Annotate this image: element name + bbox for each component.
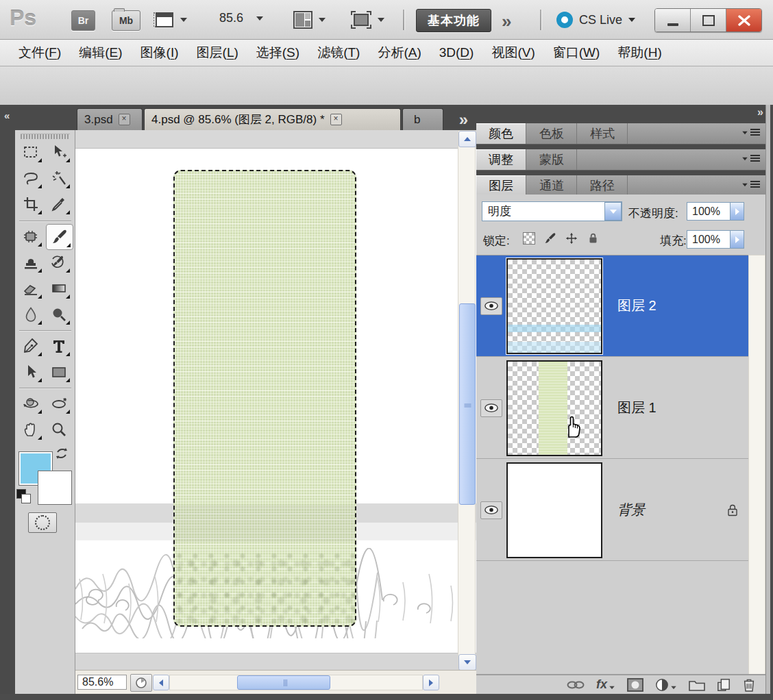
panel-menu-button[interactable] [741,129,760,136]
tab-overflow-chevron[interactable]: » [459,110,468,129]
blur-tool[interactable] [18,302,44,327]
quick-mask-button[interactable] [28,512,57,533]
3d-orbit-tool[interactable] [46,391,72,416]
rectangle-shape-tool[interactable] [46,360,72,384]
tab-adjustments[interactable]: 调整 [476,149,526,170]
horizontal-scroll-track[interactable] [169,675,423,690]
document-tab[interactable]: 3.psd × [77,108,143,130]
new-layer-button[interactable] [717,678,731,692]
eraser-tool[interactable] [18,276,44,301]
lock-pixels-icon[interactable] [543,232,558,245]
menu-item-edit[interactable]: 编辑(E) [70,40,131,66]
add-layer-mask-button[interactable] [627,678,643,692]
move-tool[interactable] [46,140,72,164]
visibility-toggle[interactable] [480,501,502,519]
delete-layer-button[interactable] [742,677,756,692]
tab-swatches[interactable]: 色板 [527,123,577,144]
pen-tool[interactable] [18,334,44,358]
eyedropper-tool[interactable] [46,192,72,216]
layer-row-background[interactable]: 背景 [476,460,748,561]
new-group-button[interactable] [689,678,705,691]
lock-position-icon[interactable] [564,232,579,245]
menu-item-image[interactable]: 图像(I) [132,40,188,66]
tab-color[interactable]: 颜色 [476,123,526,144]
maximize-button[interactable] [691,9,726,32]
bridge-button[interactable]: Br [71,10,95,31]
view-extras-button[interactable] [154,12,187,28]
layer-opacity-stepper[interactable] [730,202,744,221]
layer-opacity-field[interactable]: 100% [687,202,731,221]
tab-paths[interactable]: 路径 [578,175,628,196]
collapse-panel-chevron[interactable]: « [4,110,8,121]
layer-thumbnail[interactable] [506,258,602,354]
menu-item-filter[interactable]: 滤镜(T) [308,40,369,66]
close-tab-icon[interactable]: × [330,114,342,125]
layers-scrollbar[interactable] [748,255,765,675]
layer-name[interactable]: 背景 [617,501,645,519]
background-color-swatch[interactable] [38,471,71,504]
canvas-vertical-scrollbar[interactable] [458,130,476,670]
menu-item-analysis[interactable]: 分析(A) [369,40,430,66]
vertical-scroll-thumb[interactable] [459,303,476,505]
workspace-overflow-button[interactable]: » [502,11,511,32]
menu-item-select[interactable]: 选择(S) [247,40,308,66]
expand-panels-chevron[interactable]: » [757,106,763,118]
close-button[interactable] [726,9,761,32]
lock-transparency-icon[interactable] [522,232,537,245]
scroll-left-button[interactable] [153,675,169,690]
screen-mode-button[interactable] [351,11,384,29]
horizontal-scroll-thumb[interactable] [237,675,330,690]
cs-live-button[interactable]: CS Live [556,10,635,29]
lasso-tool[interactable] [18,166,44,190]
minimize-button[interactable] [655,9,691,32]
tab-layers[interactable]: 图层 [476,175,526,196]
mini-bridge-button[interactable]: Mb [112,10,140,31]
layer-thumbnail[interactable] [506,462,602,558]
zoom-level-control[interactable]: 85.6 [219,11,263,25]
burn-tool[interactable] [46,302,72,327]
layer-thumbnail[interactable] [506,360,602,456]
layer-style-button[interactable]: fx [596,677,615,692]
layer-name[interactable]: 图层 2 [617,297,657,315]
clone-stamp-tool[interactable] [18,250,44,275]
adjustment-layer-button[interactable] [655,678,677,692]
lock-all-icon[interactable] [585,232,600,245]
visibility-toggle[interactable] [480,297,502,315]
crop-tool[interactable] [18,192,44,216]
tab-masks[interactable]: 蒙版 [527,149,577,170]
magic-wand-tool[interactable] [46,166,72,190]
layer-row-layer1[interactable]: 图层 1 [476,358,748,459]
default-colors-icon[interactable] [16,489,32,503]
scroll-right-button[interactable] [423,675,439,690]
tab-channels[interactable]: 通道 [527,175,577,196]
healing-brush-tool[interactable] [18,224,44,249]
arrange-documents-button[interactable] [293,11,326,29]
zoom-tool[interactable] [46,417,72,442]
tab-styles[interactable]: 样式 [578,123,628,144]
visibility-toggle[interactable] [480,399,502,417]
scroll-down-button[interactable] [458,654,476,671]
layer-fill-field[interactable]: 100% [687,230,731,249]
workspace-switcher-button[interactable]: 基本功能 [416,9,491,32]
document-tab[interactable]: b [402,108,443,130]
path-selection-tool[interactable] [18,360,44,384]
rectangular-marquee-tool[interactable] [18,140,44,164]
menu-item-help[interactable]: 帮助(H) [609,40,670,66]
layer-blend-mode-select[interactable]: 明度 [482,201,622,221]
status-info-button[interactable] [130,674,152,692]
layer-name[interactable]: 图层 1 [617,399,657,417]
document-tab-active[interactable]: 4.psd @ 85.6% (图层 2, RGB/8) * × [144,108,401,130]
close-tab-icon[interactable]: × [119,114,130,125]
status-zoom-field[interactable]: 85.6% [77,675,127,690]
panel-menu-button[interactable] [741,155,760,162]
scroll-up-button[interactable] [458,131,476,147]
document-canvas[interactable] [75,130,476,670]
menu-item-layer[interactable]: 图层(L) [188,40,247,66]
selection-marching-ants[interactable] [173,170,356,627]
panel-menu-button[interactable] [741,181,760,188]
layer-row-layer2[interactable]: 图层 2 [476,255,748,357]
layer-fill-stepper[interactable] [730,230,744,249]
menu-item-3d[interactable]: 3D(D) [430,40,483,66]
link-layers-button[interactable] [567,680,585,690]
menu-item-window[interactable]: 窗口(W) [544,40,609,66]
